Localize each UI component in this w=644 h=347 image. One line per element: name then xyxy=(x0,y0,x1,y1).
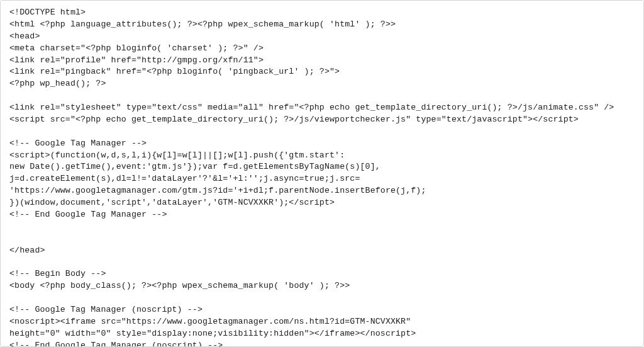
code-block: <!DOCTYPE html> <html <?php language_att… xyxy=(0,0,644,347)
code-content: <!DOCTYPE html> <html <?php language_att… xyxy=(9,7,635,347)
